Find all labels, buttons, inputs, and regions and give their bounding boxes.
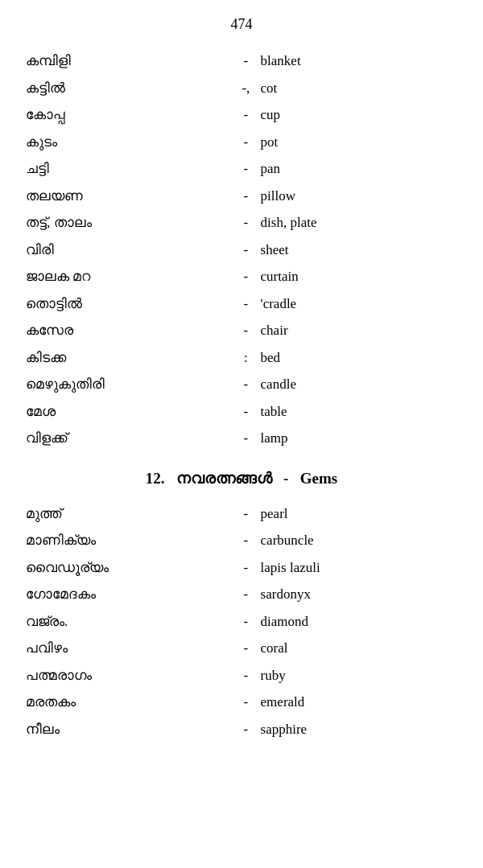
english-word: cup [259, 101, 459, 129]
table-row: കസേര - chair [24, 317, 459, 344]
english-word: chair [259, 317, 459, 344]
dash-separator: - [233, 263, 258, 290]
table-row: വിളക്ക് - lamp [24, 425, 459, 452]
table-row: കമ്പിളി - blanket [24, 47, 459, 75]
malayalam-word: കമ്പിളി [24, 47, 233, 75]
dash-separator: - [233, 398, 258, 426]
malayalam-word: മുത്ത് [24, 500, 233, 528]
malayalam-word: കസേര [24, 317, 233, 344]
malayalam-word: ഗോമേദകം [24, 581, 233, 608]
table-row: ഗോമേദകം - sardonyx [24, 581, 459, 608]
malayalam-word: ജാലക മറ [24, 263, 233, 290]
english-word: dish, plate [259, 209, 459, 237]
dash-separator: - [233, 716, 258, 743]
table-row: വൈഡൂര്യം - lapis lazuli [24, 554, 459, 582]
english-word: coral [259, 635, 459, 662]
english-word: bed [259, 344, 459, 372]
gems-section-heading: 12. നവരത്നങ്ങൾ - Gems [24, 470, 459, 487]
english-word: pearl [259, 500, 459, 528]
page-number: 474 [24, 16, 459, 33]
gems-heading-number: 12. [146, 470, 165, 487]
dash-separator: - [233, 635, 258, 662]
dash-separator: - [233, 608, 258, 636]
dash-separator: - [233, 183, 258, 210]
english-word: pan [259, 155, 459, 183]
dash-separator: -, [233, 75, 258, 102]
table-row: മുത്ത് - pearl [24, 500, 459, 528]
malayalam-word: വൈഡൂര്യം [24, 554, 233, 582]
table-row: പത്മരാഗം - ruby [24, 662, 459, 689]
malayalam-word: നീലം [24, 716, 233, 743]
malayalam-word: കിടക്ക [24, 344, 233, 372]
gems-heading-english: Gems [300, 470, 337, 487]
table-row: കട്ടിൽ -, cot [24, 75, 459, 102]
english-word: sheet [259, 237, 459, 264]
table-row: വജ്രം. - diamond [24, 608, 459, 636]
dash-separator: - [233, 371, 258, 398]
english-word: cot [259, 75, 459, 102]
malayalam-word: വിരി [24, 237, 233, 264]
table-row: മാണിക്യം - carbuncle [24, 527, 459, 554]
dash-separator: - [233, 581, 258, 608]
malayalam-word: കോപ്പ [24, 101, 233, 129]
table-row: വിരി - sheet [24, 237, 459, 264]
table-row: കുടം - pot [24, 129, 459, 156]
table-row: നീലം - sapphire [24, 716, 459, 743]
malayalam-word: തൊട്ടിൽ [24, 290, 233, 318]
english-word: carbuncle [259, 527, 459, 554]
malayalam-word: മേശ [24, 398, 233, 426]
gems-heading-malayalam: നവരത്നങ്ങൾ [176, 470, 272, 487]
malayalam-word: കട്ടിൽ [24, 75, 233, 102]
malayalam-word: വിളക്ക് [24, 425, 233, 452]
dash-separator: - [233, 237, 258, 264]
english-word: pot [259, 129, 459, 156]
dash-separator: - [233, 129, 258, 156]
table-row: പവിഴം - coral [24, 635, 459, 662]
malayalam-word: തട്ട്, താലം [24, 209, 233, 237]
english-word: table [259, 398, 459, 426]
table-row: തട്ട്, താലം - dish, plate [24, 209, 459, 237]
english-word: 'cradle [259, 290, 459, 318]
malayalam-word: പവിഴം [24, 635, 233, 662]
dash-separator: - [233, 527, 258, 554]
english-word: sardonyx [259, 581, 459, 608]
table-row: കോപ്പ - cup [24, 101, 459, 129]
dash-separator: - [233, 500, 258, 528]
dash-separator: : [233, 344, 258, 372]
english-word: pillow [259, 183, 459, 210]
table-row: മരതകം - emerald [24, 689, 459, 716]
dash-separator: - [233, 155, 258, 183]
gems-heading-dash: - [283, 470, 288, 487]
dash-separator: - [233, 47, 258, 75]
dash-separator: - [233, 101, 258, 129]
dash-separator: - [233, 554, 258, 582]
malayalam-word: കുടം [24, 129, 233, 156]
table-row: ജാലക മറ - curtain [24, 263, 459, 290]
table-row: തൊട്ടിൽ - 'cradle [24, 290, 459, 318]
english-word: sapphire [259, 716, 459, 743]
dash-separator: - [233, 317, 258, 344]
table-row: തലയണ - pillow [24, 183, 459, 210]
dash-separator: - [233, 290, 258, 318]
english-word: lamp [259, 425, 459, 452]
english-word: lapis lazuli [259, 554, 459, 582]
household-items-table: കമ്പിളി - blanket കട്ടിൽ -, cot കോപ്പ - … [24, 47, 459, 452]
table-row: മെഴുകുതിരി - candle [24, 371, 459, 398]
table-row: മേശ - table [24, 398, 459, 426]
gems-table: മുത്ത് - pearl മാണിക്യം - carbuncle വൈഡൂ… [24, 500, 459, 743]
english-word: blanket [259, 47, 459, 75]
malayalam-word: പത്മരാഗം [24, 662, 233, 689]
dash-separator: - [233, 425, 258, 452]
table-row: കിടക്ക : bed [24, 344, 459, 372]
english-word: candle [259, 371, 459, 398]
malayalam-word: മെഴുകുതിരി [24, 371, 233, 398]
dash-separator: - [233, 689, 258, 716]
english-word: ruby [259, 662, 459, 689]
malayalam-word: തലയണ [24, 183, 233, 210]
english-word: emerald [259, 689, 459, 716]
dash-separator: - [233, 662, 258, 689]
dash-separator: - [233, 209, 258, 237]
malayalam-word: മാണിക്യം [24, 527, 233, 554]
table-row: ചട്ടി - pan [24, 155, 459, 183]
english-word: curtain [259, 263, 459, 290]
